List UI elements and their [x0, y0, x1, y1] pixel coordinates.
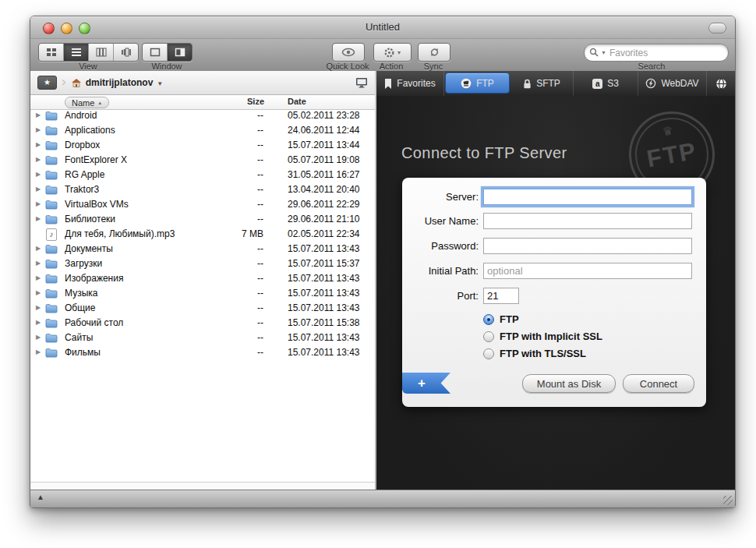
file-row[interactable]: ▶ ♪ Сайты -- 15.07.2011 13:43 [30, 331, 375, 345]
column-header-date[interactable]: Date [288, 97, 306, 106]
favorites-star-button[interactable]: ★ [37, 76, 57, 90]
tab-webdav[interactable]: WebDAV [638, 71, 707, 96]
tab-favorites[interactable]: Favorites [376, 71, 444, 96]
file-name: VirtualBox VMs [65, 199, 211, 210]
file-date: 29.06.2011 22:29 [288, 199, 360, 210]
file-row[interactable]: ▶ ♪ Фильмы -- 15.07.2011 13:43 [30, 345, 375, 360]
resize-grip[interactable] [723, 496, 733, 505]
disclosure-triangle-icon[interactable]: ▶ [36, 142, 41, 148]
file-size: -- [214, 184, 263, 195]
view-icons-button[interactable] [39, 44, 64, 61]
sidebar-toggle-icon[interactable]: ▲ [37, 493, 44, 501]
disclosure-triangle-icon[interactable]: ▶ [36, 290, 41, 296]
status-bar: ▲ [30, 490, 735, 507]
disclosure-triangle-icon[interactable]: ▶ [36, 305, 41, 311]
view-list-button[interactable] [64, 44, 89, 61]
location-dropdown-icon[interactable]: ▼ [157, 80, 163, 87]
single-pane-icon [150, 48, 161, 57]
port-input[interactable] [483, 288, 519, 304]
disclosure-triangle-icon[interactable]: ▶ [36, 127, 41, 133]
disclosure-triangle-icon[interactable]: ▶ [36, 171, 41, 178]
folder-icon [45, 303, 58, 313]
minimize-button[interactable] [61, 23, 72, 34]
file-name: Фильмы [65, 347, 211, 358]
disclosure-triangle-icon[interactable]: ▶ [36, 112, 41, 118]
file-icon: ♪ [45, 288, 58, 299]
file-row[interactable]: ▶ ♪ RG Apple -- 31.05.2011 16:27 [30, 168, 375, 182]
add-favorite-ribbon-button[interactable]: + [402, 373, 450, 394]
search-scope-arrow-icon[interactable]: ▼ [601, 50, 606, 55]
view-group-label: View [38, 62, 138, 71]
radio-ftp-implicit-ssl[interactable] [483, 331, 494, 342]
file-row[interactable]: ▶ ♪ Dropbox -- 15.07.2011 13:44 [30, 138, 375, 153]
disclosure-triangle-icon[interactable]: ▶ [36, 320, 41, 326]
file-row[interactable]: ▶ ♪ FontExplorer X -- 05.07.2011 19:08 [30, 153, 375, 168]
tab-globe-button[interactable] [707, 71, 735, 96]
content-area: ★ › dmitrijplatonov ▼ Name ▲ Size Date [30, 71, 735, 490]
initial-path-input[interactable] [483, 263, 692, 279]
disclosure-triangle-icon[interactable]: ▶ [36, 334, 41, 341]
disclosure-triangle-icon[interactable]: ▶ [36, 260, 41, 267]
file-row[interactable]: ▶ ♪ Загрузки -- 15.07.2011 15:37 [30, 256, 375, 271]
title-bar[interactable]: Untitled [30, 16, 735, 39]
folder-icon [45, 200, 58, 210]
disclosure-triangle-icon[interactable]: ▶ [36, 349, 41, 355]
file-name: Сайты [65, 332, 211, 343]
connection-tab-bar: Favorites FTP SFTP a S3 WebDAV [376, 71, 735, 97]
sync-button[interactable] [418, 43, 450, 62]
file-date: 24.06.2011 12:44 [288, 125, 360, 136]
file-row[interactable]: ▶ ♪ Traktor3 -- 13.04.2011 20:40 [30, 182, 375, 197]
file-icon: ♪ [45, 228, 58, 240]
file-row[interactable]: ▶ ♪ Рабочий стол -- 15.07.2011 15:38 [30, 316, 375, 331]
quick-look-button[interactable] [332, 43, 365, 62]
file-row[interactable]: ▶ ♪ Android -- 05.02.2011 23:28 [30, 108, 375, 123]
tab-sftp[interactable]: SFTP [510, 71, 574, 96]
disclosure-triangle-icon[interactable]: ▶ [36, 157, 41, 163]
file-size: -- [214, 258, 263, 269]
toolbar-toggle-button[interactable] [708, 23, 726, 34]
list-icon [71, 48, 82, 57]
view-columns-button[interactable] [89, 44, 114, 61]
close-button[interactable] [43, 23, 55, 34]
file-row[interactable]: ▶ ♪ Документы -- 15.07.2011 13:43 [30, 242, 375, 256]
coverflow-icon [121, 48, 132, 57]
file-row[interactable]: ▶ ♪ VirtualBox VMs -- 29.06.2011 22:29 [30, 197, 375, 212]
search-input[interactable] [608, 47, 723, 59]
zoom-button[interactable] [79, 23, 90, 34]
view-coverflow-button[interactable] [114, 44, 138, 61]
connect-button[interactable]: Connect [623, 374, 694, 393]
mount-as-disk-button[interactable]: Mount as Disk [522, 374, 616, 393]
app-window: Untitled View Wind [30, 16, 736, 508]
connect-panel: Connect to FTP Server ♛ FTP Server: User… [376, 96, 735, 490]
radio-ftp[interactable] [483, 314, 494, 325]
disclosure-triangle-icon[interactable]: ▶ [36, 201, 41, 207]
computer-icon[interactable] [355, 77, 368, 88]
globe-icon [715, 78, 727, 90]
username-input[interactable] [483, 213, 692, 229]
disclosure-triangle-icon[interactable]: ▶ [36, 246, 41, 252]
dual-pane-button[interactable] [168, 44, 192, 61]
single-pane-button[interactable] [143, 44, 168, 61]
disclosure-triangle-icon[interactable]: ▶ [36, 275, 41, 281]
column-header-size[interactable]: Size [247, 97, 264, 106]
tab-ftp[interactable]: FTP [445, 72, 510, 94]
folder-icon [45, 170, 58, 180]
disclosure-triangle-icon[interactable]: ▶ [36, 186, 41, 193]
action-button[interactable]: ▼ [373, 43, 412, 62]
radio-ftp-tls-ssl[interactable] [483, 348, 494, 359]
column-header-name[interactable]: Name ▲ [65, 97, 109, 108]
password-input[interactable] [483, 238, 692, 254]
username-label: User Name: [402, 215, 479, 227]
file-row[interactable]: ▶ ♪ Библиотеки -- 29.06.2011 21:10 [30, 212, 375, 227]
file-date: 05.02.2011 23:28 [288, 110, 360, 121]
file-row[interactable]: ▶ ♪ Applications -- 24.06.2011 12:44 [30, 123, 375, 138]
server-input[interactable] [483, 189, 692, 205]
disclosure-triangle-icon[interactable]: ▶ [36, 216, 41, 222]
search-field[interactable]: ▼ [584, 44, 729, 62]
file-row[interactable]: ▶ ♪ Общие -- 15.07.2011 13:43 [30, 301, 375, 316]
breadcrumb[interactable]: dmitrijplatonov [86, 77, 154, 88]
file-row[interactable]: ▶ ♪ Для тебя, Любимый).mp3 7 MB 02.05.20… [30, 227, 375, 242]
tab-s3[interactable]: a S3 [574, 71, 638, 96]
file-row[interactable]: ▶ ♪ Музыка -- 15.07.2011 13:43 [30, 286, 375, 301]
file-row[interactable]: ▶ ♪ Изображения -- 15.07.2011 13:43 [30, 271, 375, 286]
